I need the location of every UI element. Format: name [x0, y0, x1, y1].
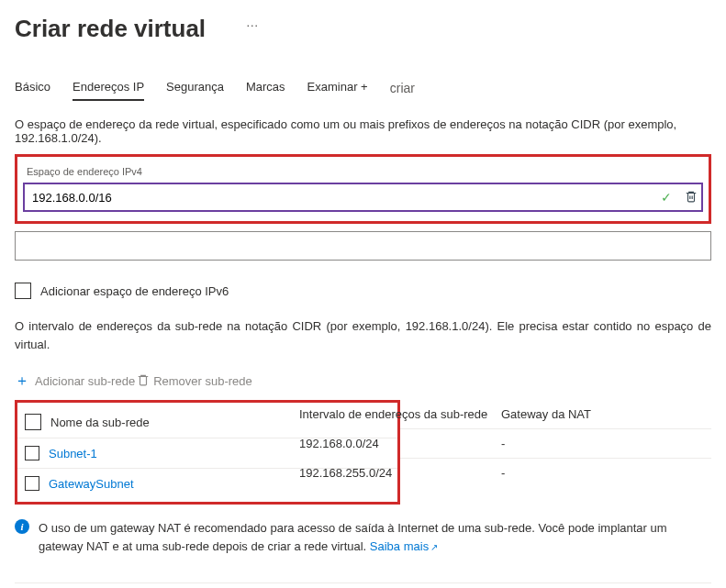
address-range-value: 192.168.0.0/24 — [299, 437, 501, 450]
tab-tags[interactable]: Marcas — [246, 80, 285, 101]
ipv6-checkbox[interactable] — [15, 283, 31, 299]
ip-space-description: O espaço de endereço da rede virtual, es… — [15, 117, 711, 145]
info-banner: i O uso de um gateway NAT é recomendado … — [15, 519, 711, 573]
ipv6-checkbox-label: Adicionar espaço de endereço IPv6 — [40, 284, 229, 298]
table-row-right: 192.168.0.0/24 - — [400, 429, 711, 459]
learn-more-link[interactable]: Saiba mais — [370, 539, 429, 553]
tab-ip-addresses[interactable]: Endereços IP — [73, 80, 144, 101]
additional-address-input[interactable] — [15, 231, 711, 261]
trash-icon[interactable] — [685, 190, 698, 205]
ipv4-address-input[interactable] — [25, 184, 661, 210]
checkmark-icon: ✓ — [661, 190, 672, 205]
ipv6-checkbox-row: Adicionar espaço de endereço IPv6 — [15, 283, 711, 299]
trash-icon — [137, 373, 150, 389]
subnet-description: O intervalo de endereços da sub-rede na … — [15, 317, 711, 353]
add-subnet-button[interactable]: Adicionar sub-rede — [35, 374, 135, 388]
tab-security[interactable]: Segurança — [166, 80, 224, 101]
select-all-checkbox[interactable] — [25, 414, 41, 430]
subnet-name-link[interactable]: GatewaySubnet — [49, 477, 269, 491]
nat-gateway-value: - — [501, 466, 711, 480]
external-link-icon: ↗ — [430, 542, 438, 552]
ipv4-label: Espaço de endereço IPv4 — [27, 166, 703, 177]
row-checkbox[interactable] — [25, 446, 39, 460]
subnet-actions: ＋ Adicionar sub-rede Remover sub-rede — [15, 372, 711, 391]
ipv4-address-space-section: Espaço de endereço IPv4 ✓ — [15, 154, 711, 224]
page-title: Criar rede virtual — [15, 15, 206, 42]
footer-bar: Examinar + criar < Anterior Próximo: Seg… — [15, 583, 711, 588]
plus-icon: ＋ — [15, 372, 29, 391]
tab-create-label: criar — [390, 81, 415, 101]
info-text: O uso de um gateway NAT é recomendado pa… — [39, 519, 711, 555]
table-row-right: 192.168.255.0/24 - — [400, 459, 711, 487]
info-icon: i — [15, 519, 29, 534]
tab-review[interactable]: Examinar + — [307, 80, 368, 101]
info-text-content: O uso de um gateway NAT é recomendado pa… — [39, 521, 667, 553]
tabs-bar: Básico Endereços IP Segurança Marcas Exa… — [15, 80, 711, 101]
header-subnet-name: Nome da sub-rede — [50, 416, 271, 429]
header-nat-gateway: Gateway da NAT — [501, 407, 711, 421]
nat-gateway-value: - — [501, 437, 711, 450]
address-range-value: 192.168.255.0/24 — [299, 466, 501, 480]
tab-basic[interactable]: Básico — [15, 80, 50, 101]
header-address-range: Intervalo de endereços da sub-rede — [299, 407, 501, 421]
ipv4-input-wrapper: ✓ — [23, 183, 703, 212]
remove-subnet-button[interactable]: Remover sub-rede — [153, 374, 252, 388]
more-icon[interactable]: … — [246, 15, 259, 29]
row-checkbox[interactable] — [25, 476, 39, 491]
subnet-name-link[interactable]: Subnet-1 — [49, 447, 269, 460]
table-header-right: Intervalo de endereços da sub-rede Gatew… — [400, 400, 711, 429]
